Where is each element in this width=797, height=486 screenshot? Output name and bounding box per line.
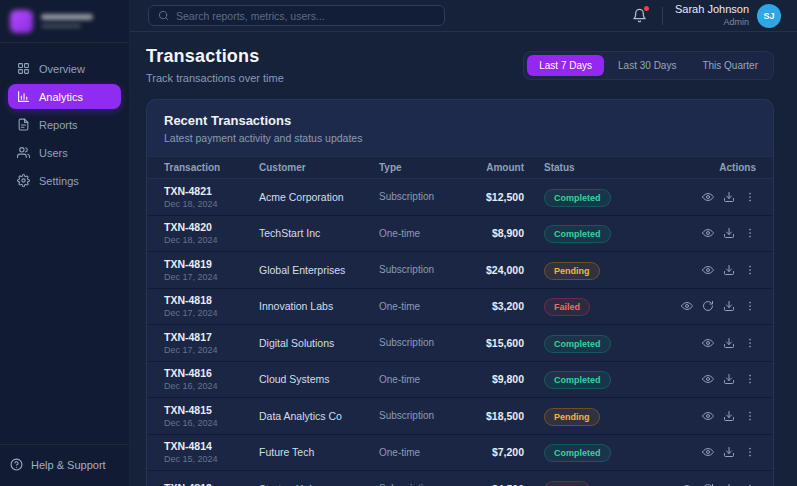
kebab-menu-icon bbox=[744, 410, 756, 422]
transaction-date: Dec 16, 2024 bbox=[164, 381, 259, 391]
card-title: Recent Transactions bbox=[164, 113, 756, 128]
download-button[interactable] bbox=[722, 482, 735, 486]
table-row[interactable]: TXN-4817 Dec 17, 2024 Digital Solutions … bbox=[147, 325, 773, 362]
table-row[interactable]: TXN-4818 Dec 17, 2024 Innovation Labs On… bbox=[147, 289, 773, 326]
brand-name-blurred bbox=[41, 14, 93, 28]
view-button[interactable] bbox=[680, 482, 693, 486]
eye-icon bbox=[702, 410, 714, 422]
more-options-button[interactable] bbox=[743, 409, 756, 422]
view-button[interactable] bbox=[701, 336, 714, 349]
status-badge: Completed bbox=[544, 444, 611, 462]
table-row[interactable]: TXN-4820 Dec 18, 2024 TechStart Inc One-… bbox=[147, 216, 773, 253]
transaction-cell: TXN-4819 Dec 17, 2024 bbox=[164, 258, 259, 282]
search-input[interactable] bbox=[176, 10, 435, 22]
download-button[interactable] bbox=[722, 300, 735, 313]
more-options-button[interactable] bbox=[743, 373, 756, 386]
kebab-menu-icon bbox=[744, 300, 756, 312]
status-badge: Failed bbox=[544, 298, 590, 316]
filter-last-30-days[interactable]: Last 30 Days bbox=[606, 55, 688, 76]
transaction-id: TXN-4819 bbox=[164, 258, 259, 270]
sidebar-item-settings[interactable]: Settings bbox=[8, 168, 121, 193]
retry-icon bbox=[702, 300, 714, 312]
retry-button[interactable] bbox=[701, 482, 714, 486]
status-cell: Completed bbox=[524, 442, 659, 462]
table-row[interactable]: TXN-4816 Dec 16, 2024 Cloud Systems One-… bbox=[147, 362, 773, 399]
table-row[interactable]: TXN-4821 Dec 18, 2024 Acme Corporation S… bbox=[147, 179, 773, 216]
view-button[interactable] bbox=[701, 373, 714, 386]
table-row[interactable]: TXN-4815 Dec 16, 2024 Data Analytics Co … bbox=[147, 398, 773, 435]
download-button[interactable] bbox=[722, 190, 735, 203]
sidebar-item-label: Reports bbox=[39, 119, 78, 131]
more-options-button[interactable] bbox=[743, 336, 756, 349]
search-box[interactable] bbox=[148, 5, 445, 26]
view-button[interactable] bbox=[701, 227, 714, 240]
sidebar-item-users[interactable]: Users bbox=[8, 140, 121, 165]
table-row[interactable]: TXN-4813 Startup Hub Subscription $4,500… bbox=[147, 471, 773, 486]
transaction-date: Dec 18, 2024 bbox=[164, 199, 259, 209]
download-button[interactable] bbox=[722, 263, 735, 276]
retry-button[interactable] bbox=[701, 300, 714, 313]
download-button[interactable] bbox=[722, 446, 735, 459]
eye-icon bbox=[702, 373, 714, 385]
sidebar-item-overview[interactable]: Overview bbox=[8, 56, 121, 81]
status-cell: Completed bbox=[524, 333, 659, 353]
eye-icon bbox=[702, 446, 714, 458]
table-row[interactable]: TXN-4819 Dec 17, 2024 Global Enterprises… bbox=[147, 252, 773, 289]
filter-this-quarter[interactable]: This Quarter bbox=[690, 55, 770, 76]
card-header: Recent Transactions Latest payment activ… bbox=[147, 100, 773, 156]
kebab-menu-icon bbox=[744, 446, 756, 458]
filter-last-7-days[interactable]: Last 7 Days bbox=[527, 55, 604, 76]
more-options-button[interactable] bbox=[743, 190, 756, 203]
avatar[interactable]: SJ bbox=[757, 4, 781, 28]
grid-icon bbox=[17, 62, 30, 75]
download-icon bbox=[723, 264, 735, 276]
view-button[interactable] bbox=[701, 190, 714, 203]
type-cell: Subscription bbox=[379, 191, 469, 202]
eye-icon bbox=[702, 191, 714, 203]
download-button[interactable] bbox=[722, 409, 735, 422]
more-options-button[interactable] bbox=[743, 482, 756, 486]
sidebar-item-label: Settings bbox=[39, 175, 79, 187]
help-support-label: Help & Support bbox=[31, 459, 106, 471]
sidebar-item-reports[interactable]: Reports bbox=[8, 112, 121, 137]
download-icon bbox=[723, 300, 735, 312]
view-button[interactable] bbox=[701, 446, 714, 459]
sidebar-item-analytics[interactable]: Analytics bbox=[8, 84, 121, 109]
actions-cell bbox=[659, 263, 756, 276]
more-options-button[interactable] bbox=[743, 300, 756, 313]
view-button[interactable] bbox=[701, 409, 714, 422]
download-button[interactable] bbox=[722, 336, 735, 349]
status-cell: Failed bbox=[524, 296, 659, 316]
notification-dot bbox=[644, 6, 649, 11]
more-options-button[interactable] bbox=[743, 263, 756, 276]
status-badge: Pending bbox=[544, 408, 600, 426]
transaction-date: Dec 17, 2024 bbox=[164, 308, 259, 318]
kebab-menu-icon bbox=[744, 227, 756, 239]
transaction-cell: TXN-4815 Dec 16, 2024 bbox=[164, 404, 259, 428]
view-button[interactable] bbox=[701, 263, 714, 276]
eye-icon bbox=[702, 337, 714, 349]
column-header-transaction: Transaction bbox=[164, 162, 259, 173]
kebab-menu-icon bbox=[744, 264, 756, 276]
actions-cell bbox=[659, 190, 756, 203]
actions-cell bbox=[659, 482, 756, 486]
eye-icon bbox=[681, 300, 693, 312]
type-cell: Subscription bbox=[379, 264, 469, 275]
table-row[interactable]: TXN-4814 Dec 15, 2024 Future Tech One-ti… bbox=[147, 435, 773, 472]
status-badge: Completed bbox=[544, 335, 611, 353]
download-button[interactable] bbox=[722, 373, 735, 386]
customer-cell: Future Tech bbox=[259, 446, 379, 458]
transaction-cell: TXN-4814 Dec 15, 2024 bbox=[164, 440, 259, 464]
more-options-button[interactable] bbox=[743, 446, 756, 459]
actions-cell bbox=[659, 227, 756, 240]
column-header-amount: Amount bbox=[469, 162, 524, 173]
notifications-button[interactable] bbox=[632, 8, 648, 24]
view-button[interactable] bbox=[680, 300, 693, 313]
kebab-menu-icon bbox=[744, 337, 756, 349]
brand-logo-icon bbox=[10, 10, 33, 33]
download-button[interactable] bbox=[722, 227, 735, 240]
help-support-link[interactable]: Help & Support bbox=[10, 458, 119, 471]
transaction-id: TXN-4817 bbox=[164, 331, 259, 343]
more-options-button[interactable] bbox=[743, 227, 756, 240]
transaction-cell: TXN-4818 Dec 17, 2024 bbox=[164, 294, 259, 318]
